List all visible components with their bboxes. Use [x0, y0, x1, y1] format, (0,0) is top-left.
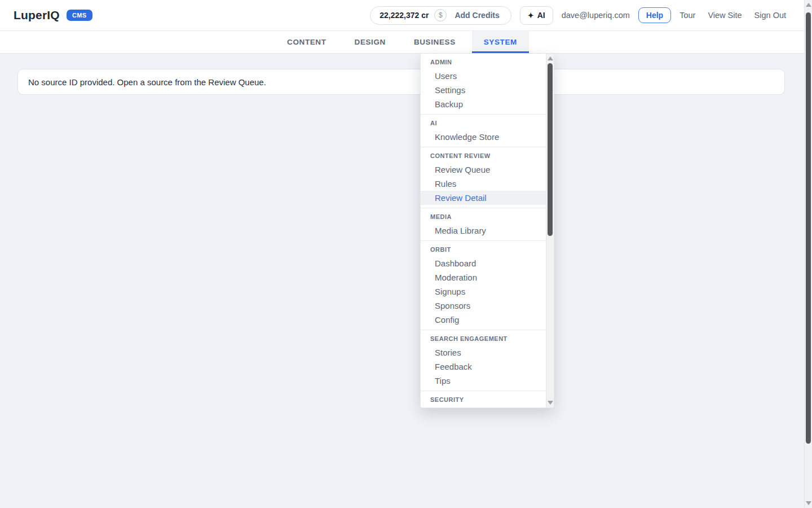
alert-no-source: No source ID provided. Open a source fro… [17, 69, 785, 95]
dollar-icon: $ [434, 9, 447, 21]
menu-section-search-engagement: SEARCH ENGAGEMENT Stories Feedback Tips [421, 330, 547, 391]
menu-section-security: SECURITY Dashboard [421, 391, 547, 408]
credits-pill: 22,222,372 cr $ Add Credits [370, 6, 511, 25]
scroll-up-arrow-icon[interactable] [806, 3, 811, 7]
scroll-up-arrow-icon[interactable] [548, 56, 553, 60]
system-dropdown-menu: ADMIN Users Settings Backup AI Knowledge… [420, 54, 554, 408]
page: LuperIQ CMS 22,222,372 cr $ Add Credits … [0, 0, 804, 508]
menu-item-signups[interactable]: Signups [421, 284, 547, 299]
add-credits-button[interactable]: Add Credits [452, 11, 501, 20]
menu-item-feedback[interactable]: Feedback [421, 360, 547, 374]
menu-section-header: AI [421, 119, 547, 128]
help-button[interactable]: Help [638, 7, 671, 23]
credits-amount: 22,222,372 cr [379, 11, 429, 20]
sign-out-link[interactable]: Sign Out [754, 11, 786, 20]
menu-item-settings[interactable]: Settings [421, 83, 547, 97]
menu-section-content-review: CONTENT REVIEW Review Queue Rules Review… [421, 147, 547, 208]
menu-section-media: MEDIA Media Library [421, 208, 547, 240]
menu-item-stories[interactable]: Stories [421, 345, 547, 360]
scroll-down-arrow-icon[interactable] [806, 501, 811, 505]
page-scrollbar-thumb[interactable] [806, 12, 811, 444]
menu-section-header: SECURITY [421, 396, 547, 404]
menu-section-ai: AI Knowledge Store [421, 114, 547, 147]
menu-item-tips[interactable]: Tips [421, 374, 547, 388]
header-right: 22,222,372 cr $ Add Credits ✦ AI dave@lu… [370, 6, 786, 25]
tab-system[interactable]: SYSTEM [472, 31, 529, 53]
menu-section-header: ADMIN [421, 58, 547, 67]
menu-item-review-queue[interactable]: Review Queue [421, 163, 547, 177]
menu-section-header: MEDIA [421, 213, 547, 221]
brand: LuperIQ CMS [14, 8, 92, 22]
tab-business[interactable]: BUSINESS [402, 31, 467, 53]
menu-section-admin: ADMIN Users Settings Backup [421, 54, 547, 114]
menu-item-backup[interactable]: Backup [421, 97, 547, 111]
menu-body: ADMIN Users Settings Backup AI Knowledge… [421, 54, 547, 408]
scroll-down-arrow-icon[interactable] [548, 401, 553, 405]
menu-item-review-detail[interactable]: Review Detail [421, 191, 547, 205]
menu-item-media-library[interactable]: Media Library [421, 224, 547, 238]
main-nav: CONTENT DESIGN BUSINESS SYSTEM [0, 31, 804, 54]
page-scrollbar[interactable] [804, 0, 812, 508]
ai-button-label: AI [537, 11, 545, 20]
view-site-link[interactable]: View Site [708, 11, 742, 20]
dropdown-scrollbar-thumb[interactable] [548, 63, 553, 236]
menu-section-header: SEARCH ENGAGEMENT [421, 335, 547, 343]
alert-text: No source ID provided. Open a source fro… [28, 77, 266, 87]
menu-section-orbit: ORBIT Dashboard Moderation Signups Spons… [421, 240, 547, 330]
menu-item-sponsors[interactable]: Sponsors [421, 299, 547, 313]
menu-item-rules[interactable]: Rules [421, 177, 547, 191]
ai-button[interactable]: ✦ AI [520, 6, 553, 25]
account-email: dave@luperiq.com [562, 11, 630, 20]
tab-design[interactable]: DESIGN [343, 31, 398, 53]
app-header: LuperIQ CMS 22,222,372 cr $ Add Credits … [0, 0, 804, 31]
tab-content[interactable]: CONTENT [275, 31, 338, 53]
dropdown-scrollbar[interactable] [546, 54, 554, 408]
menu-section-header: ORBIT [421, 246, 547, 254]
cms-badge: CMS [67, 10, 92, 21]
tour-link[interactable]: Tour [679, 11, 695, 20]
menu-item-security-dashboard[interactable]: Dashboard [421, 406, 547, 408]
menu-section-header: CONTENT REVIEW [421, 152, 547, 160]
menu-item-users[interactable]: Users [421, 69, 547, 83]
menu-item-config[interactable]: Config [421, 313, 547, 327]
sparkle-icon: ✦ [528, 11, 534, 20]
menu-item-moderation[interactable]: Moderation [421, 270, 547, 284]
menu-item-dashboard[interactable]: Dashboard [421, 256, 547, 270]
menu-item-knowledge-store[interactable]: Knowledge Store [421, 130, 547, 144]
content-area: No source ID provided. Open a source fro… [0, 54, 804, 507]
brand-name: LuperIQ [14, 8, 60, 22]
